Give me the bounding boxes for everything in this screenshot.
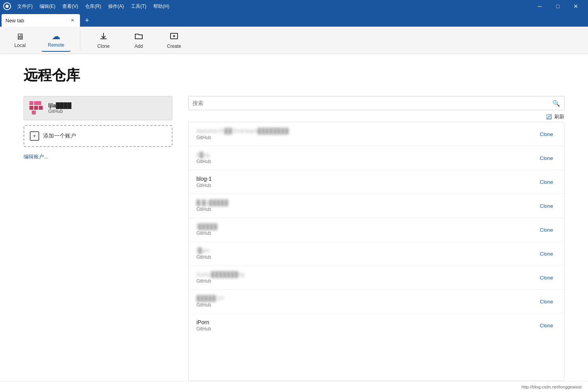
repo-info: █ █e█████ GitHub [196, 200, 537, 212]
clone-button[interactable]: Clone [537, 321, 556, 330]
list-item: █████ ST GitHub Clone [189, 290, 564, 314]
repo-source: GitHub [196, 326, 537, 332]
menu-view[interactable]: 查看(V) [59, 2, 81, 11]
maximize-button[interactable]: □ [549, 0, 567, 13]
menu-help[interactable]: 帮助(H) [150, 2, 172, 11]
create-icon [170, 32, 178, 42]
repo-source: GitHub [196, 302, 537, 308]
app-logo [3, 2, 11, 10]
menu-file[interactable]: 文件(F) [14, 2, 36, 11]
list-item: █ █e█████ GitHub Clone [189, 194, 564, 218]
remote-label: Remote [48, 42, 64, 48]
toolbar-clone[interactable]: Clone [90, 29, 117, 52]
title-bar: 文件(F) 编辑(E) 查看(V) 仓库(R) 操作(A) 工具(T) 帮助(H… [0, 0, 588, 13]
list-item: f█am GitHub Clone [189, 242, 564, 266]
repo-source: GitHub [196, 183, 537, 188]
edit-accounts-link[interactable]: 编辑账户... [24, 153, 172, 160]
svg-rect-9 [39, 106, 43, 110]
toolbar-create[interactable]: Create [160, 29, 188, 52]
svg-rect-8 [37, 101, 41, 105]
list-item: blog-1 GitHub Clone [189, 170, 564, 194]
list-item: iPorn GitHub Clone [189, 314, 564, 337]
clone-button[interactable]: Clone [537, 225, 556, 234]
svg-rect-6 [34, 106, 38, 110]
repo-name: f█am [196, 247, 537, 254]
toolbar: 🖥 Local ☁ Remote Clone Add Create [0, 27, 588, 54]
repo-info: f█am GitHub [196, 247, 537, 260]
add-account-label: 添加一个账户 [43, 132, 76, 140]
repo-info: Awsome-Fr██ End-learn████████ GitHub [196, 128, 537, 140]
page-title: 远程仓库 [24, 66, 564, 85]
local-label: Local [15, 43, 26, 48]
new-tab-button[interactable]: + [82, 15, 93, 26]
list-item: f█████ GitHub Clone [189, 218, 564, 242]
account-item[interactable]: ljla████ GitHub [24, 96, 172, 120]
refresh-icon: 🔄 [546, 114, 552, 120]
menu-tools[interactable]: 工具(T) [128, 2, 149, 11]
tab-close-button[interactable]: ✕ [69, 17, 76, 24]
close-button[interactable]: ✕ [567, 0, 585, 13]
create-toolbar-label: Create [167, 44, 181, 49]
tab-new[interactable]: New tab ✕ [2, 14, 80, 27]
refresh-row: 🔄 刷新 [188, 113, 564, 120]
repo-info: blog-1 GitHub [196, 176, 537, 188]
svg-rect-5 [29, 106, 33, 110]
repo-source: GitHub [196, 207, 537, 212]
toolbar-remote[interactable]: ☁ Remote [42, 29, 71, 52]
github-logo-icon [29, 101, 44, 115]
clone-button[interactable]: Clone [537, 130, 556, 139]
minimize-button[interactable]: ─ [531, 0, 549, 13]
menu-bar: 文件(F) 编辑(E) 查看(V) 仓库(R) 操作(A) 工具(T) 帮助(H… [14, 2, 531, 11]
clone-button[interactable]: Clone [537, 297, 556, 306]
repo-source: GitHub [196, 230, 537, 236]
account-name: ljla████ [48, 102, 71, 109]
download-icon [99, 32, 108, 42]
clone-button[interactable]: Clone [537, 249, 556, 258]
list-item: b█og GitHub Clone [189, 146, 564, 170]
repo-info: f█████ GitHub [196, 223, 537, 236]
clone-button[interactable]: Clone [537, 178, 556, 187]
list-item: GuGu███████ng GitHub Clone [189, 266, 564, 290]
repo-name: b█og [196, 152, 537, 158]
monitor-icon: 🖥 [16, 33, 24, 41]
add-account-button[interactable]: + 添加一个账户 [24, 125, 172, 147]
repo-name: GuGu███████ng [196, 271, 537, 278]
refresh-label[interactable]: 刷新 [554, 113, 564, 120]
clone-button[interactable]: Clone [537, 273, 556, 282]
repo-name: █ █e█████ [196, 200, 537, 206]
window-controls: ─ □ ✕ [531, 0, 585, 13]
repo-name: iPorn [196, 319, 537, 325]
menu-edit[interactable]: 编辑(E) [36, 2, 58, 11]
repo-name: f█████ [196, 223, 537, 230]
repo-info: █████ ST GitHub [196, 295, 537, 308]
menu-repo[interactable]: 仓库(R) [82, 2, 104, 11]
repo-source: GitHub [196, 254, 537, 260]
content-area: ljla████ GitHub + 添加一个账户 编辑账户... 🔍 🔄 刷新 [24, 96, 564, 381]
tab-bar: New tab ✕ + [0, 13, 588, 27]
repo-info: GuGu███████ng GitHub [196, 271, 537, 284]
footer: http://blog.csdn.net/longgeaisisi [0, 381, 588, 392]
svg-rect-7 [32, 111, 36, 114]
repo-name: █████ ST [196, 295, 537, 301]
account-info: ljla████ GitHub [48, 102, 71, 114]
search-icon[interactable]: 🔍 [552, 100, 560, 107]
repo-source: GitHub [196, 135, 537, 140]
repo-source: GitHub [196, 159, 537, 164]
tab-label: New tab [5, 18, 66, 24]
footer-url: http://blog.csdn.net/longgeaisisi [522, 385, 582, 389]
menu-action[interactable]: 操作(A) [105, 2, 127, 11]
search-input[interactable] [192, 100, 552, 106]
search-row: 🔍 [188, 96, 564, 110]
right-panel: 🔍 🔄 刷新 Awsome-Fr██ End-learn████████ Git… [188, 96, 564, 381]
clone-button[interactable]: Clone [537, 201, 556, 211]
toolbar-add[interactable]: Add [125, 29, 152, 52]
svg-rect-3 [29, 101, 33, 105]
clone-button[interactable]: Clone [537, 154, 556, 163]
repo-source: GitHub [196, 278, 537, 284]
svg-point-1 [5, 5, 9, 8]
search-box[interactable]: 🔍 [188, 96, 564, 110]
toolbar-local[interactable]: 🖥 Local [6, 29, 34, 51]
toolbar-divider-1 [80, 31, 80, 50]
repo-name: Awsome-Fr██ End-learn████████ [196, 128, 537, 134]
clone-toolbar-label: Clone [97, 44, 109, 49]
